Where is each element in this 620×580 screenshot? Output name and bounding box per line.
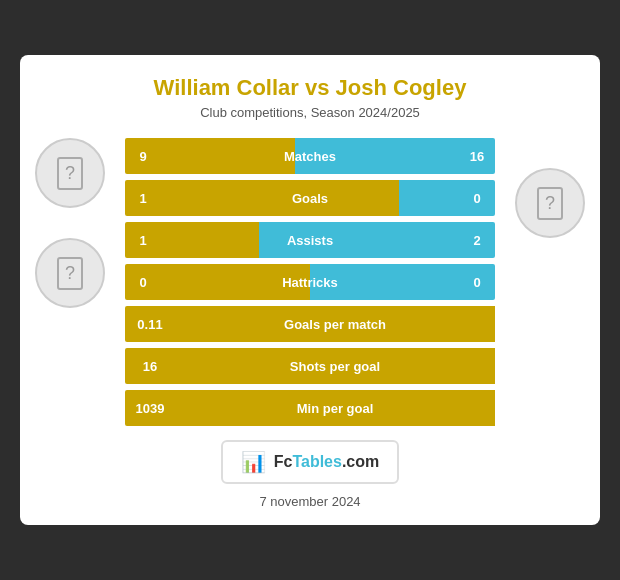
logo-text: FcTables.com <box>274 453 380 471</box>
goals-per-match-val: 0.11 <box>125 306 175 342</box>
hattricks-bar-center: Hattricks <box>161 264 459 300</box>
hattricks-right-val: 0 <box>459 264 495 300</box>
logo-box: 📊 FcTables.com <box>221 440 400 484</box>
stat-row-min-per-goal: 1039 Min per goal <box>125 390 495 426</box>
matches-right-val: 16 <box>459 138 495 174</box>
matches-bar-center: Matches <box>161 138 459 174</box>
stat-row-assists: 1 Assists 2 <box>125 222 495 258</box>
avatar-icon-left-top: ? <box>57 157 83 190</box>
min-per-goal-val: 1039 <box>125 390 175 426</box>
goals-bar-center: Goals <box>161 180 459 216</box>
goals-left-val: 1 <box>125 180 161 216</box>
date-text: 7 november 2024 <box>40 494 580 509</box>
avatar-icon-right: ? <box>537 187 563 220</box>
page-title: William Collar vs Josh Cogley <box>40 75 580 101</box>
goals-right-val: 0 <box>459 180 495 216</box>
goals-per-match-bar: Goals per match <box>175 306 495 342</box>
bars-section: 9 Matches 16 1 Goals 0 1 <box>125 138 495 426</box>
shots-per-goal-label: Shots per goal <box>290 359 380 374</box>
assists-right-val: 2 <box>459 222 495 258</box>
avatar-left-top: ? <box>35 138 105 208</box>
hattricks-left-val: 0 <box>125 264 161 300</box>
stat-row-goals: 1 Goals 0 <box>125 180 495 216</box>
shots-per-goal-bar: Shots per goal <box>175 348 495 384</box>
stat-row-matches: 9 Matches 16 <box>125 138 495 174</box>
assists-bar-center: Assists <box>161 222 459 258</box>
shots-per-goal-val: 16 <box>125 348 175 384</box>
stat-row-hattricks: 0 Hattricks 0 <box>125 264 495 300</box>
avatar-icon-left-bottom: ? <box>57 257 83 290</box>
matches-left-val: 9 <box>125 138 161 174</box>
stat-row-shots-per-goal: 16 Shots per goal <box>125 348 495 384</box>
stat-row-goals-per-match: 0.11 Goals per match <box>125 306 495 342</box>
min-per-goal-label: Min per goal <box>297 401 374 416</box>
assists-left-val: 1 <box>125 222 161 258</box>
subtitle: Club competitions, Season 2024/2025 <box>40 105 580 120</box>
comparison-card: William Collar vs Josh Cogley Club compe… <box>20 55 600 525</box>
logo-icon: 📊 <box>241 450 266 474</box>
logo-section: 📊 FcTables.com <box>40 440 580 484</box>
avatar-right: ? <box>515 168 585 238</box>
comparison-area: ? ? ? 9 Matches 16 1 <box>40 138 580 426</box>
min-per-goal-bar: Min per goal <box>175 390 495 426</box>
avatar-left-bottom: ? <box>35 238 105 308</box>
goals-per-match-label: Goals per match <box>284 317 386 332</box>
